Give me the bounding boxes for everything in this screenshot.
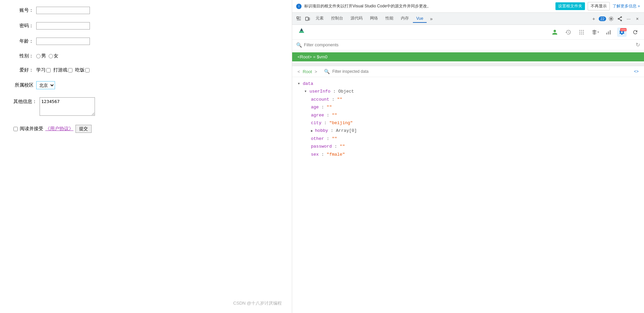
root-component-item[interactable]: <Root> = $vm0 xyxy=(292,52,644,61)
inspector-code-icon[interactable]: <> xyxy=(634,69,639,74)
svg-rect-19 xyxy=(610,30,611,35)
data-key: data xyxy=(303,81,313,86)
form-panel: 账号： 密码： 年龄： 性别： 男 女 爱好： 学习 xyxy=(0,0,292,313)
panel-divider xyxy=(292,63,644,66)
tab-network[interactable]: 网络 xyxy=(367,14,381,23)
inspector-root-open: < xyxy=(298,69,300,74)
notification-text: 标识项目的根文件夹以打开Visual Studio Code中的源文件并同步更改… xyxy=(304,3,553,9)
agree-checkbox[interactable] xyxy=(13,127,18,131)
data-inspector: < Root > 🔍 <> ▾ data ▾ userInfo : xyxy=(292,66,644,313)
hobby-expand-arrow[interactable]: ▶ xyxy=(311,129,315,133)
svg-line-7 xyxy=(619,19,621,20)
textarea-wrapper: 1234567 xyxy=(40,97,95,117)
notification-bar: i 标识项目的根文件夹以打开Visual Studio Code中的源文件并同步… xyxy=(292,0,644,13)
userinfo-section: ▾ userInfo : Object account : "" age : "… xyxy=(298,88,639,158)
campus-label: 所属校区 xyxy=(13,82,34,88)
add-tab-button[interactable]: + xyxy=(590,15,598,23)
field-hobby: ▶ hobby : Array[0] xyxy=(304,127,639,135)
svg-rect-0 xyxy=(297,17,299,18)
hobby-eat-text: 吃饭 xyxy=(75,67,85,73)
hobby-study-label[interactable]: 学习 xyxy=(36,67,51,73)
filter-search-icon: 🔍 xyxy=(296,42,302,48)
userinfo-arrow[interactable]: ▾ userInfo : Object xyxy=(304,89,354,94)
account-row: 账号： xyxy=(13,7,278,14)
gender-row: 性别： 男 女 xyxy=(13,53,278,59)
close-devtools-button[interactable]: × xyxy=(633,15,641,23)
svg-line-6 xyxy=(619,17,621,19)
svg-point-13 xyxy=(583,32,584,33)
hobby-eat-label[interactable]: 吃饭 xyxy=(75,67,90,73)
tab-vue[interactable]: Vue xyxy=(413,15,427,23)
filter-components-input[interactable] xyxy=(304,42,634,47)
inspect-icon[interactable] xyxy=(295,15,303,23)
gender-male-label[interactable]: 男 xyxy=(36,53,46,59)
more-options-icon[interactable]: ··· xyxy=(625,15,633,23)
root-equals: = xyxy=(313,54,317,59)
svg-rect-2 xyxy=(309,18,310,20)
hobby-game-label[interactable]: 打游戏 xyxy=(53,67,72,73)
tab-console[interactable]: 控制台 xyxy=(328,14,346,23)
router-icon[interactable]: ▾ xyxy=(590,28,600,37)
tab-elements[interactable]: 元素 xyxy=(312,14,327,23)
component-inspector-icon[interactable] xyxy=(550,28,559,37)
gender-radio-group: 男 女 xyxy=(36,53,58,59)
watermark: CSDN @十八岁讨厌编程 xyxy=(233,300,282,306)
share-icon[interactable] xyxy=(616,15,624,23)
gender-female-text: 女 xyxy=(54,53,58,59)
userinfo-type: Object xyxy=(338,89,354,94)
gender-female-label[interactable]: 女 xyxy=(49,53,58,59)
age-label: 年龄： xyxy=(13,38,34,44)
device-icon[interactable] xyxy=(304,15,312,23)
svg-point-15 xyxy=(581,33,582,34)
root-open-tag: <Root> xyxy=(298,54,312,59)
dismiss-button[interactable]: 不再显示 xyxy=(588,2,610,10)
other-textarea[interactable]: 1234567 xyxy=(40,97,95,116)
vue-settings-icon[interactable] xyxy=(617,28,627,37)
setup-root-button[interactable]: 设置根文件夹 xyxy=(555,2,585,10)
learn-more-link[interactable]: 了解更多信息 » xyxy=(612,3,640,9)
svg-point-9 xyxy=(581,30,582,31)
data-tree: ▾ data ▾ userInfo : Object account : "" xyxy=(292,77,644,162)
inspector-right-icons: <> xyxy=(634,69,639,74)
devtools-tabs: 元素 控制台 源代码 网络 性能 内存 Vue » + 22 · xyxy=(292,13,644,25)
tab-performance[interactable]: 性能 xyxy=(382,14,397,23)
inspector-root-close: > xyxy=(315,69,317,74)
component-tree: <Root> = $vm0 xyxy=(292,50,644,63)
userinfo-key: userInfo xyxy=(310,89,330,94)
hobby-study-checkbox[interactable] xyxy=(46,68,51,72)
vuex-store-icon[interactable] xyxy=(577,28,586,37)
gender-female-radio[interactable] xyxy=(49,54,53,58)
data-arrow[interactable]: ▾ data xyxy=(298,81,313,86)
password-label: 密码： xyxy=(13,23,34,29)
field-sex: sex : "fmale" xyxy=(304,151,639,158)
tab-sources[interactable]: 源代码 xyxy=(347,14,366,23)
filter-refresh-icon[interactable]: ↻ xyxy=(636,42,640,48)
svg-rect-1 xyxy=(306,17,308,20)
hobby-label: 爱好： xyxy=(13,67,34,73)
hobby-eat-checkbox[interactable] xyxy=(85,68,90,72)
campus-select[interactable]: 北京 上海 广州 深圳 xyxy=(36,81,55,89)
filter-inspected-input[interactable] xyxy=(332,69,631,74)
campus-row: 所属校区 北京 上海 广州 深圳 xyxy=(13,81,278,89)
field-city: city : "beijing" xyxy=(304,119,639,127)
hobby-row: 爱好： 学习 打游戏 吃饭 xyxy=(13,67,278,73)
time-travel-icon[interactable] xyxy=(564,28,573,37)
tab-memory[interactable]: 内存 xyxy=(397,14,412,23)
field-account: account : "" xyxy=(304,96,639,103)
gender-male-radio[interactable] xyxy=(36,54,41,58)
hobby-game-checkbox[interactable] xyxy=(68,68,72,72)
hobby-game-text: 打游戏 xyxy=(53,67,67,73)
submit-button[interactable]: 提交 xyxy=(75,125,92,133)
field-agree: agree : "" xyxy=(304,111,639,119)
age-input[interactable] xyxy=(36,38,90,45)
password-input[interactable] xyxy=(36,22,90,30)
password-row: 密码： xyxy=(13,22,278,30)
account-input[interactable] xyxy=(36,7,90,14)
performance-icon[interactable] xyxy=(604,28,613,37)
hobby-study-text: 学习 xyxy=(36,67,46,73)
more-tabs-icon[interactable]: » xyxy=(427,15,435,23)
refresh-icon[interactable] xyxy=(631,28,640,37)
settings-icon[interactable] xyxy=(607,15,615,23)
agree-link[interactable]: 《用户协议》 xyxy=(45,126,73,132)
account-label: 账号： xyxy=(13,7,34,13)
